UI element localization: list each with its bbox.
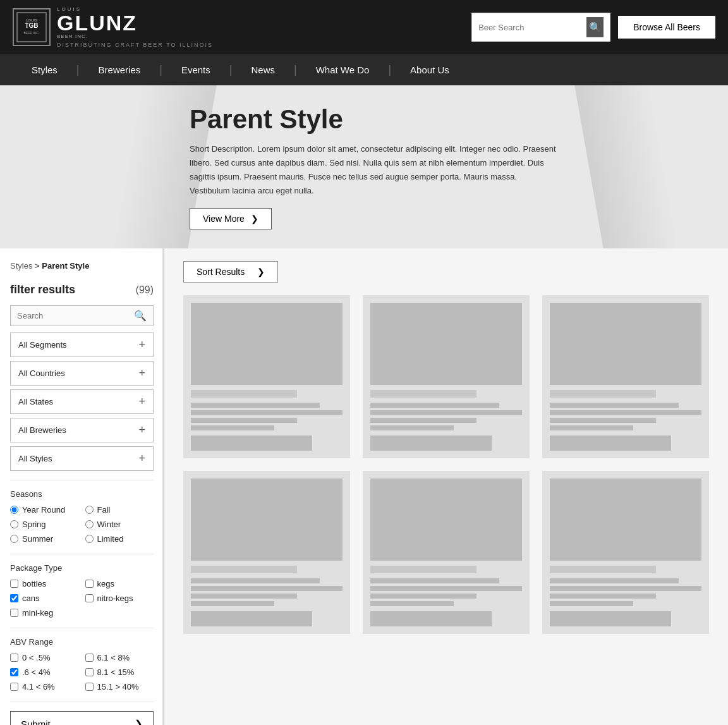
all-countries-dropdown[interactable]: All Countries + [10, 361, 154, 386]
package-grid: bottles kegs cans nitro-kegs mini-keg [10, 578, 154, 619]
nav-events[interactable]: Events [162, 54, 229, 85]
beer-card [183, 295, 350, 458]
beer-card-button[interactable] [191, 436, 312, 451]
all-styles-dropdown[interactable]: All Styles + [10, 446, 154, 471]
expand-icon: + [138, 452, 145, 465]
search-icon: 🔍 [134, 310, 147, 322]
abv-0-0.5-check[interactable] [10, 654, 18, 662]
beer-card-line [370, 403, 499, 408]
season-winter-radio[interactable] [85, 520, 94, 528]
breadcrumb-separator: > [35, 261, 42, 271]
nav-breweries[interactable]: Breweries [80, 54, 160, 85]
season-fall-label: Fall [97, 505, 111, 515]
brand-tagline: DISTRIBUTING CRAFT BEER TO ILLINOIS [57, 42, 213, 48]
beer-card-lines [550, 403, 701, 430]
search-bar[interactable]: 🔍 [471, 13, 610, 42]
submit-button[interactable]: Submit ❯ [10, 711, 154, 725]
season-spring-radio[interactable] [10, 520, 18, 528]
season-year-round-radio[interactable] [10, 506, 18, 514]
brand-glunz: GLUNZ [57, 12, 213, 34]
beer-search-input[interactable] [478, 23, 583, 32]
content-area: Sort Results ❯ [164, 248, 728, 725]
all-segments-dropdown[interactable]: All Segments + [10, 332, 154, 357]
beer-card-button[interactable] [370, 436, 492, 451]
abv-15.1-40[interactable]: 15.1 > 40% [85, 681, 154, 693]
beer-card-line [550, 418, 656, 423]
beer-card [542, 471, 709, 634]
package-bottles[interactable]: bottles [10, 578, 79, 590]
beer-card-button[interactable] [191, 611, 312, 626]
abv-0.6-4[interactable]: .6 < 4% [10, 666, 79, 678]
package-bottles-label: bottles [22, 579, 46, 588]
nav-what-we-do[interactable]: What We Do [297, 54, 389, 85]
season-year-round[interactable]: Year Round [10, 504, 79, 516]
sidebar: Styles > Parent Style filter results (99… [0, 248, 164, 725]
view-more-button[interactable]: View More ❯ [190, 208, 272, 229]
package-kegs-check[interactable] [85, 580, 94, 588]
sort-results-button[interactable]: Sort Results ❯ [183, 261, 278, 283]
package-bottles-check[interactable] [10, 580, 18, 588]
abv-6.1-8[interactable]: 6.1 < 8% [85, 652, 154, 664]
beer-card-lines [191, 403, 343, 430]
beer-card-line [550, 594, 656, 599]
season-winter[interactable]: Winter [85, 518, 154, 530]
beer-card-line [191, 594, 297, 599]
abv-6.1-8-check[interactable] [85, 654, 94, 662]
abv-15.1-40-check[interactable] [85, 683, 94, 691]
browse-all-button[interactable]: Browse All Beers [618, 16, 715, 39]
expand-icon: + [138, 423, 145, 437]
package-mini-keg-check[interactable] [10, 609, 18, 617]
package-nitro-kegs[interactable]: nitro-kegs [85, 592, 154, 604]
seasons-grid: Year Round Fall Spring Winter Summer [10, 504, 154, 545]
beer-card-button[interactable] [370, 611, 492, 626]
nav-news[interactable]: News [232, 54, 294, 85]
season-summer-radio[interactable] [10, 535, 18, 543]
all-states-dropdown[interactable]: All States + [10, 389, 154, 414]
all-segments-label: All Segments [18, 340, 67, 350]
season-summer[interactable]: Summer [10, 533, 79, 545]
abv-0.6-4-check[interactable] [10, 668, 18, 676]
abv-8.1-15-check[interactable] [85, 668, 94, 676]
all-breweries-dropdown[interactable]: All Breweries + [10, 418, 154, 442]
chevron-right-icon: ❯ [251, 214, 258, 224]
hero-description: Short Description. Lorem ipsum dolor sit… [190, 142, 556, 198]
beer-card [363, 295, 530, 458]
season-year-round-label: Year Round [22, 505, 65, 515]
package-type-title: Package Type [10, 563, 154, 573]
package-cans-check[interactable] [10, 594, 18, 602]
beer-card-line [191, 403, 320, 408]
breadcrumb-parent: Styles [10, 261, 32, 271]
season-summer-label: Summer [22, 534, 53, 544]
beer-card-button[interactable] [550, 611, 671, 626]
filter-label: filter results [10, 283, 75, 296]
abv-8.1-15[interactable]: 8.1 < 15% [85, 666, 154, 678]
all-countries-label: All Countries [18, 369, 65, 378]
hero-content: Parent Style Short Description. Lorem ip… [190, 104, 703, 229]
season-spring[interactable]: Spring [10, 518, 79, 530]
package-nitro-kegs-check[interactable] [85, 594, 94, 602]
beer-card-image [191, 303, 343, 385]
beer-card-line [550, 425, 633, 430]
season-limited-radio[interactable] [85, 535, 94, 543]
abv-4.1-6-check[interactable] [10, 683, 18, 691]
divider-3 [10, 628, 154, 628]
divider-2 [10, 554, 154, 554]
expand-icon: + [138, 367, 145, 380]
search-submit-button[interactable]: 🔍 [586, 17, 604, 37]
beer-card-button[interactable] [550, 436, 671, 451]
season-limited-label: Limited [97, 534, 124, 544]
package-mini-keg[interactable]: mini-keg [10, 607, 79, 619]
filter-search-box[interactable]: 🔍 [10, 305, 154, 326]
season-limited[interactable]: Limited [85, 533, 154, 545]
nav-styles[interactable]: Styles [13, 54, 76, 85]
nav-about-us[interactable]: About Us [391, 54, 468, 85]
package-kegs[interactable]: kegs [85, 578, 154, 590]
abv-15.1-40-label: 15.1 > 40% [97, 682, 139, 691]
abv-4.1-6[interactable]: 4.1 < 6% [10, 681, 79, 693]
season-fall[interactable]: Fall [85, 504, 154, 516]
season-fall-radio[interactable] [85, 506, 94, 514]
filter-search-input[interactable] [17, 311, 134, 320]
beer-card-name [370, 566, 476, 573]
package-cans[interactable]: cans [10, 592, 79, 604]
abv-0-0.5[interactable]: 0 < .5% [10, 652, 79, 664]
